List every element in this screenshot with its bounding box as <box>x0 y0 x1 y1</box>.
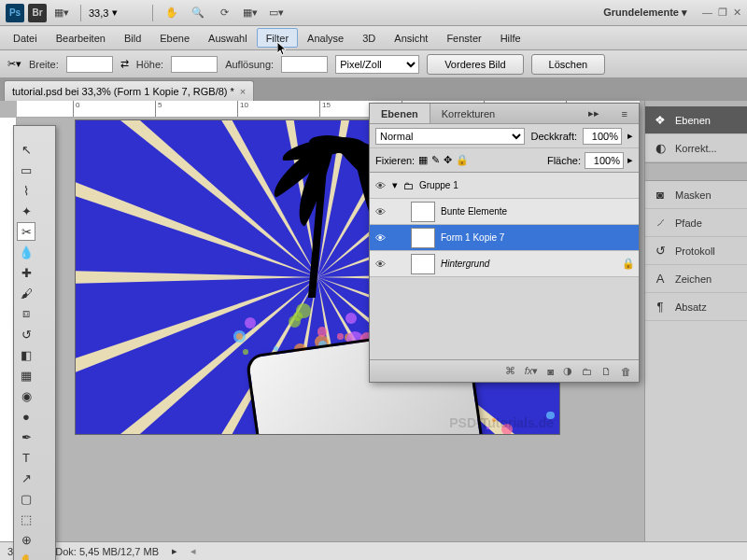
layer-row[interactable]: 👁Form 1 Kopie 7 <box>370 225 639 251</box>
menu-datei[interactable]: Datei <box>4 26 47 49</box>
opacity-input[interactable]: 100% <box>583 128 622 145</box>
move-tool-icon[interactable]: ↖ <box>17 140 35 159</box>
dock-item-absatz[interactable]: ¶Absatz <box>645 293 747 321</box>
menu-ebene[interactable]: Ebene <box>150 26 199 49</box>
lock-all-icon[interactable]: 🔒 <box>456 154 469 166</box>
document-tab[interactable]: tutorial.psd bei 33,3% (Form 1 Kopie 7, … <box>4 80 254 101</box>
width-input[interactable] <box>66 56 113 73</box>
workspace-switcher[interactable]: Grundelemente ▾ <box>603 7 687 19</box>
maximize-icon[interactable]: ❐ <box>718 7 727 19</box>
brush-tool-icon[interactable]: 🖌 <box>17 284 35 302</box>
3d-camera-tool-icon[interactable]: ⊕ <box>17 530 35 549</box>
photoshop-logo-icon[interactable]: Ps <box>6 4 24 22</box>
panel-collapse-icon[interactable]: ▸▸ <box>577 104 611 123</box>
dock-item-zeichen[interactable]: AZeichen <box>645 265 747 293</box>
dodge-tool-icon[interactable]: ● <box>17 407 35 426</box>
hand-tool-2-icon[interactable]: ✋ <box>17 551 35 560</box>
fill-input[interactable]: 100% <box>585 152 624 169</box>
panel-menu-icon[interactable]: ≡ <box>611 104 639 123</box>
layer-name[interactable]: Form 1 Kopie 7 <box>441 232 635 243</box>
shape-tool-icon[interactable]: ▢ <box>17 489 35 508</box>
close-tab-icon[interactable]: × <box>240 86 246 97</box>
group-disclosure-icon[interactable]: ▾ <box>392 179 398 191</box>
close-icon[interactable]: ✕ <box>733 7 741 19</box>
type-tool-icon[interactable]: T <box>17 448 35 467</box>
dock-item-korrekt[interactable]: ◐Korrekt... <box>645 134 747 162</box>
layer-thumbnail[interactable] <box>411 202 435 222</box>
resolution-unit-select[interactable]: Pixel/Zoll <box>335 55 419 74</box>
dock-item-masken[interactable]: ◙Masken <box>645 181 747 209</box>
status-flyout-icon[interactable]: ▸ <box>172 545 177 557</box>
opacity-flyout-icon[interactable]: ▸ <box>627 130 633 142</box>
layer-name[interactable]: Hintergrund <box>441 259 616 269</box>
new-group-icon[interactable]: 🗀 <box>582 366 592 377</box>
fill-flyout-icon[interactable]: ▸ <box>627 154 633 166</box>
menu-bild[interactable]: Bild <box>115 26 150 49</box>
dock-item-pfade[interactable]: ⟋Pfade <box>645 209 747 237</box>
lock-position-icon[interactable]: ✥ <box>444 154 452 166</box>
eyedropper-tool-icon[interactable]: 💧 <box>17 243 35 261</box>
layer-name[interactable]: Bunte Elemente <box>441 206 635 217</box>
layer-mask-icon[interactable]: ◙ <box>547 366 554 377</box>
menu-ansicht[interactable]: Ansicht <box>385 26 437 49</box>
gradient-tool-icon[interactable]: ▦ <box>17 366 35 385</box>
lasso-tool-icon[interactable]: ⌇ <box>17 181 35 200</box>
history-brush-tool-icon[interactable]: ↺ <box>17 325 35 343</box>
layer-row[interactable]: 👁▾🗀Gruppe 1 <box>370 173 639 199</box>
dock-item-ebenen[interactable]: ❖Ebenen <box>645 106 747 134</box>
minimize-icon[interactable]: — <box>702 7 712 19</box>
clear-button[interactable]: Löschen <box>531 54 606 75</box>
visibility-toggle-icon[interactable]: 👁 <box>374 180 387 191</box>
launch-bridge-icon[interactable]: ▦▾ <box>50 4 73 22</box>
zoom-level[interactable]: 33,3 ▾ <box>89 7 145 19</box>
crop-tool-preset-icon[interactable]: ✂▾ <box>7 58 21 70</box>
layer-row[interactable]: 👁Hintergrund🔒 <box>370 251 639 277</box>
zoom-tool-icon[interactable]: 🔍 <box>187 4 209 22</box>
layer-thumbnail[interactable] <box>411 228 435 248</box>
status-doc-size[interactable]: Dok: 5,45 MB/12,7 MB <box>55 546 159 557</box>
rotate-view-icon[interactable]: ⟳ <box>213 4 235 22</box>
lock-transparency-icon[interactable]: ▦ <box>418 154 428 166</box>
blur-tool-icon[interactable]: ◉ <box>17 386 35 405</box>
layer-fx-icon[interactable]: fx▾ <box>525 365 539 377</box>
menu-fenster[interactable]: Fenster <box>437 26 490 49</box>
stamp-tool-icon[interactable]: ⧈ <box>17 304 35 323</box>
tab-layers[interactable]: Ebenen <box>370 104 430 123</box>
tab-adjustments[interactable]: Korrekturen <box>430 104 506 123</box>
lock-pixels-icon[interactable]: ✎ <box>431 154 440 166</box>
height-input[interactable] <box>171 56 218 73</box>
pen-tool-icon[interactable]: ✒ <box>17 427 35 446</box>
delete-layer-icon[interactable]: 🗑 <box>621 366 631 377</box>
layer-thumbnail[interactable] <box>411 254 435 274</box>
menu-3d[interactable]: 3D <box>353 26 385 49</box>
3d-tool-icon[interactable]: ⬚ <box>17 510 35 528</box>
marquee-tool-icon[interactable]: ▭ <box>17 161 35 179</box>
eraser-tool-icon[interactable]: ◧ <box>17 345 35 364</box>
visibility-toggle-icon[interactable]: 👁 <box>374 206 387 217</box>
front-image-button[interactable]: Vorderes Bild <box>427 54 523 75</box>
dock-item-protokoll[interactable]: ↺Protokoll <box>645 237 747 265</box>
bridge-logo-icon[interactable]: Br <box>28 4 47 22</box>
visibility-toggle-icon[interactable]: 👁 <box>374 259 387 270</box>
menu-bearbeiten[interactable]: Bearbeiten <box>47 26 115 49</box>
adjustment-layer-icon[interactable]: ◑ <box>563 365 572 377</box>
path-select-tool-icon[interactable]: ↗ <box>17 469 35 487</box>
quick-select-tool-icon[interactable]: ✦ <box>17 202 35 220</box>
menu-hilfe[interactable]: Hilfe <box>491 26 530 49</box>
layer-name[interactable]: Gruppe 1 <box>419 180 635 190</box>
menu-analyse[interactable]: Analyse <box>298 26 353 49</box>
screen-mode-icon[interactable]: ▭▾ <box>265 4 288 22</box>
visibility-toggle-icon[interactable]: 👁 <box>374 232 387 244</box>
arrange-docs-icon[interactable]: ▦▾ <box>239 4 261 22</box>
layer-row[interactable]: 👁Bunte Elemente <box>370 199 639 225</box>
resolution-input[interactable] <box>281 56 328 73</box>
hand-tool-icon[interactable]: ✋ <box>161 4 183 22</box>
healing-tool-icon[interactable]: ✚ <box>17 263 35 282</box>
blend-mode-select[interactable]: Normal <box>375 128 525 145</box>
menu-auswahl[interactable]: Auswahl <box>199 26 257 49</box>
swap-dims-icon[interactable]: ⇄ <box>120 58 129 70</box>
link-layers-icon[interactable]: ⌘ <box>505 365 515 377</box>
new-layer-icon[interactable]: 🗋 <box>601 366 612 377</box>
menu-filter[interactable]: Filter <box>257 28 298 48</box>
crop-tool-icon[interactable]: ✂ <box>17 222 35 241</box>
